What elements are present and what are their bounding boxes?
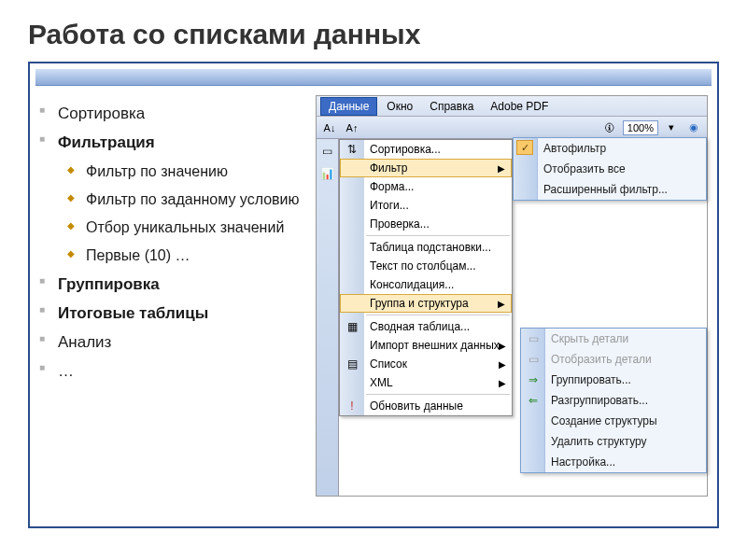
sm-settings[interactable]: Настройка... [521,452,706,472]
list-icon: ▤ [344,357,360,371]
screenshot-area: Данные Окно Справка Adobe PDF А↓ А↑ 🛈 10… [316,95,710,519]
separator [366,394,510,395]
bullet-grouping: Группировка [37,270,308,299]
help-icon[interactable]: ◉ [684,119,703,137]
sub-unique: Отбор уникальных значений [37,214,308,242]
sm-group[interactable]: ⇒Группировать... [521,370,706,390]
sub-filter-condition: Фильтр по заданному условию [37,186,308,214]
bullet-ellipsis: … [37,357,308,385]
chart-icon[interactable]: 📊 [319,165,336,182]
sm-auto-outline[interactable]: Создание структуры [521,411,706,431]
sub-top10: Первые (10) … [37,242,308,270]
bullet-sorting: Сортировка [37,99,308,128]
separator [366,235,510,236]
sm-clear-outline[interactable]: Удалить структуру [521,431,706,452]
dd-import[interactable]: Импорт внешних данных▶ [340,336,512,355]
sm-hide-detail[interactable]: ▭Скрыть детали [521,329,706,349]
dd-consolidate[interactable]: Консолидация... [340,275,512,294]
refresh-icon: ! [344,399,360,413]
arrow-icon: ▶ [498,299,505,309]
new-icon[interactable]: ▭ [319,143,336,160]
bullet-list: Сортировка Фильтрация Фильтр по значению… [37,95,308,519]
group-arrow-icon: ⇒ [526,373,541,386]
toolbar: А↓ А↑ 🛈 100% ▾ ◉ [317,117,707,139]
bullet-totals: Итоговые таблицы [37,299,308,328]
dd-xml[interactable]: XML▶ [340,373,512,392]
show-icon: ▭ [526,353,541,366]
menu-data[interactable]: Данные [320,97,377,116]
slide-title: Работа со списками данных [28,19,719,50]
arrow-icon: ▶ [499,378,506,388]
dd-table[interactable]: Таблица подстановки... [340,238,512,257]
app-window: Данные Окно Справка Adobe PDF А↓ А↑ 🛈 10… [316,95,708,497]
bullet-filtering: Фильтрация [37,128,308,157]
data-dropdown: ⇅Сортировка... Фильтр▶ Форма... Итоги...… [339,139,513,416]
check-icon: ✓ [516,140,533,155]
dd-text-columns[interactable]: Текст по столбцам... [340,257,512,275]
menu-adobe[interactable]: Adobe PDF [483,98,556,115]
menu-window[interactable]: Окно [379,98,420,115]
group-submenu: ▭Скрыть детали ▭Отобразить детали ⇒Групп… [520,328,707,473]
dd-list[interactable]: ▤Список▶ [340,355,512,373]
sm-ungroup[interactable]: ⇐Разгруппировать... [521,390,706,411]
tool-icon[interactable]: 🛈 [600,119,619,137]
dd-filter[interactable]: Фильтр▶ [340,159,512,177]
ungroup-arrow-icon: ⇐ [526,394,541,407]
dd-form[interactable]: Форма... [340,177,512,196]
dd-validation[interactable]: Проверка... [340,215,512,233]
pivot-icon: ▦ [344,320,360,333]
left-toolbar: ▭ 📊 [317,139,339,496]
arrow-icon: ▶ [499,341,506,351]
sort-asc-icon[interactable]: А↓ [320,119,339,137]
frame-topbar [35,69,712,86]
sm-showall[interactable]: Отобразить все [514,159,706,179]
hide-icon: ▭ [526,332,541,345]
sort-desc-icon[interactable]: А↑ [343,119,361,137]
sort-icon: ⇅ [344,143,360,156]
dropdown-icon[interactable]: ▾ [662,119,681,137]
menu-help[interactable]: Справка [422,98,481,115]
dd-refresh[interactable]: !Обновить данные [340,397,512,415]
arrow-icon: ▶ [498,163,505,174]
filter-submenu: ✓Автофильтр Отобразить все Расширенный ф… [513,137,707,201]
bullet-analysis: Анализ [37,328,308,357]
dd-pivot[interactable]: ▦Сводная таблица... [340,317,512,336]
slide: Работа со списками данных Сортировка Фил… [0,0,747,560]
arrow-icon: ▶ [499,359,506,370]
dd-sort[interactable]: ⇅Сортировка... [340,140,512,159]
dd-group-outline[interactable]: Группа и структура▶ [340,294,512,313]
content-row: Сортировка Фильтрация Фильтр по значению… [30,86,717,526]
sm-show-detail[interactable]: ▭Отобразить детали [521,349,706,370]
menubar: Данные Окно Справка Adobe PDF [317,96,707,117]
sm-advanced[interactable]: Расширенный фильтр... [514,179,706,200]
zoom-box[interactable]: 100% [623,120,658,135]
sub-filter-value: Фильтр по значению [37,158,308,186]
sm-autofilter[interactable]: ✓Автофильтр [514,138,706,159]
dd-subtotals[interactable]: Итоги... [340,196,512,215]
content-frame: Сортировка Фильтрация Фильтр по значению… [28,62,719,528]
separator [366,315,510,315]
